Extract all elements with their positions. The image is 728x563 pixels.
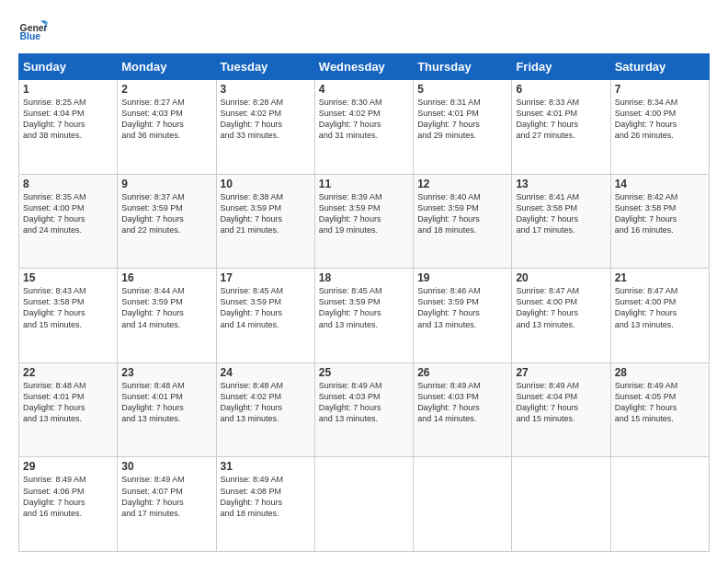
- day-number: 10: [221, 178, 311, 190]
- day-number: 3: [221, 83, 311, 96]
- day-info: Sunrise: 8:49 AM Sunset: 4:06 PM Dayligh…: [23, 474, 113, 519]
- calendar-cell: [414, 457, 512, 552]
- calendar-cell: 13Sunrise: 8:41 AM Sunset: 3:58 PM Dayli…: [512, 174, 610, 269]
- day-number: 21: [615, 271, 705, 284]
- day-info: Sunrise: 8:49 AM Sunset: 4:05 PM Dayligh…: [615, 380, 705, 425]
- day-number: 8: [23, 178, 113, 190]
- calendar-cell: 3Sunrise: 8:28 AM Sunset: 4:02 PM Daylig…: [216, 80, 314, 175]
- day-number: 24: [221, 366, 311, 379]
- day-number: 4: [319, 83, 409, 96]
- calendar-cell: 17Sunrise: 8:45 AM Sunset: 3:59 PM Dayli…: [216, 269, 314, 363]
- day-number: 12: [417, 178, 507, 190]
- calendar-cell: 23Sunrise: 8:48 AM Sunset: 4:01 PM Dayli…: [118, 362, 216, 457]
- day-info: Sunrise: 8:34 AM Sunset: 4:00 PM Dayligh…: [615, 97, 705, 142]
- day-info: Sunrise: 8:44 AM Sunset: 3:59 PM Dayligh…: [121, 285, 211, 330]
- calendar-cell: 1Sunrise: 8:25 AM Sunset: 4:04 PM Daylig…: [19, 80, 118, 175]
- day-number: 18: [319, 271, 409, 284]
- day-number: 14: [615, 178, 705, 190]
- col-header-thursday: Thursday: [414, 54, 512, 80]
- day-info: Sunrise: 8:27 AM Sunset: 4:03 PM Dayligh…: [121, 97, 211, 142]
- col-header-saturday: Saturday: [610, 54, 709, 80]
- day-number: 25: [319, 366, 409, 379]
- day-number: 13: [516, 178, 606, 190]
- day-number: 16: [121, 271, 211, 284]
- svg-text:Blue: Blue: [20, 31, 41, 41]
- day-info: Sunrise: 8:48 AM Sunset: 4:02 PM Dayligh…: [221, 380, 311, 425]
- calendar-cell: 24Sunrise: 8:48 AM Sunset: 4:02 PM Dayli…: [216, 362, 314, 457]
- day-number: 2: [121, 83, 211, 96]
- calendar-cell: 31Sunrise: 8:49 AM Sunset: 4:08 PM Dayli…: [216, 457, 314, 552]
- calendar-cell: 27Sunrise: 8:49 AM Sunset: 4:04 PM Dayli…: [512, 362, 610, 457]
- col-header-friday: Friday: [512, 54, 610, 80]
- calendar-cell: 21Sunrise: 8:47 AM Sunset: 4:00 PM Dayli…: [610, 269, 709, 363]
- col-header-tuesday: Tuesday: [216, 54, 314, 80]
- day-info: Sunrise: 8:49 AM Sunset: 4:04 PM Dayligh…: [516, 380, 606, 425]
- day-info: Sunrise: 8:35 AM Sunset: 4:00 PM Dayligh…: [23, 191, 113, 236]
- calendar-cell: 9Sunrise: 8:37 AM Sunset: 3:59 PM Daylig…: [118, 174, 216, 269]
- calendar-cell: 20Sunrise: 8:47 AM Sunset: 4:00 PM Dayli…: [512, 269, 610, 363]
- calendar-header-row: SundayMondayTuesdayWednesdayThursdayFrid…: [19, 54, 710, 80]
- calendar-cell: [610, 457, 709, 552]
- day-info: Sunrise: 8:38 AM Sunset: 3:59 PM Dayligh…: [221, 191, 311, 236]
- calendar-cell: 18Sunrise: 8:45 AM Sunset: 3:59 PM Dayli…: [314, 269, 413, 363]
- day-number: 20: [516, 271, 606, 284]
- day-info: Sunrise: 8:46 AM Sunset: 3:59 PM Dayligh…: [417, 285, 507, 330]
- calendar-table: SundayMondayTuesdayWednesdayThursdayFrid…: [18, 53, 710, 552]
- calendar-cell: 22Sunrise: 8:48 AM Sunset: 4:01 PM Dayli…: [19, 362, 118, 457]
- col-header-sunday: Sunday: [19, 54, 118, 80]
- day-info: Sunrise: 8:28 AM Sunset: 4:02 PM Dayligh…: [221, 97, 311, 142]
- calendar-cell: 19Sunrise: 8:46 AM Sunset: 3:59 PM Dayli…: [414, 269, 512, 363]
- calendar-cell: 8Sunrise: 8:35 AM Sunset: 4:00 PM Daylig…: [19, 174, 118, 269]
- calendar-cell: 10Sunrise: 8:38 AM Sunset: 3:59 PM Dayli…: [216, 174, 314, 269]
- day-info: Sunrise: 8:37 AM Sunset: 3:59 PM Dayligh…: [121, 191, 211, 236]
- day-number: 22: [23, 366, 113, 379]
- week-row-5: 29Sunrise: 8:49 AM Sunset: 4:06 PM Dayli…: [19, 457, 710, 552]
- day-info: Sunrise: 8:43 AM Sunset: 3:58 PM Dayligh…: [23, 285, 113, 330]
- day-info: Sunrise: 8:45 AM Sunset: 3:59 PM Dayligh…: [319, 285, 409, 330]
- week-row-2: 8Sunrise: 8:35 AM Sunset: 4:00 PM Daylig…: [19, 174, 710, 269]
- calendar-cell: 15Sunrise: 8:43 AM Sunset: 3:58 PM Dayli…: [19, 269, 118, 363]
- calendar-cell: 30Sunrise: 8:49 AM Sunset: 4:07 PM Dayli…: [118, 457, 216, 552]
- day-info: Sunrise: 8:42 AM Sunset: 3:58 PM Dayligh…: [615, 191, 705, 236]
- week-row-4: 22Sunrise: 8:48 AM Sunset: 4:01 PM Dayli…: [19, 362, 710, 457]
- day-number: 9: [121, 178, 211, 190]
- calendar-body: 1Sunrise: 8:25 AM Sunset: 4:04 PM Daylig…: [19, 80, 710, 552]
- day-info: Sunrise: 8:49 AM Sunset: 4:03 PM Dayligh…: [319, 380, 409, 425]
- day-info: Sunrise: 8:49 AM Sunset: 4:03 PM Dayligh…: [417, 380, 507, 425]
- day-number: 7: [615, 83, 705, 96]
- calendar-cell: 29Sunrise: 8:49 AM Sunset: 4:06 PM Dayli…: [19, 457, 118, 552]
- week-row-1: 1Sunrise: 8:25 AM Sunset: 4:04 PM Daylig…: [19, 80, 710, 175]
- day-info: Sunrise: 8:31 AM Sunset: 4:01 PM Dayligh…: [417, 97, 507, 142]
- day-info: Sunrise: 8:48 AM Sunset: 4:01 PM Dayligh…: [121, 380, 211, 425]
- day-info: Sunrise: 8:47 AM Sunset: 4:00 PM Dayligh…: [516, 285, 606, 330]
- day-number: 29: [23, 460, 113, 473]
- day-info: Sunrise: 8:41 AM Sunset: 3:58 PM Dayligh…: [516, 191, 606, 236]
- day-info: Sunrise: 8:30 AM Sunset: 4:02 PM Dayligh…: [319, 97, 409, 142]
- calendar-cell: 12Sunrise: 8:40 AM Sunset: 3:59 PM Dayli…: [414, 174, 512, 269]
- day-number: 26: [417, 366, 507, 379]
- day-number: 6: [516, 83, 606, 96]
- calendar-cell: 6Sunrise: 8:33 AM Sunset: 4:01 PM Daylig…: [512, 80, 610, 175]
- week-row-3: 15Sunrise: 8:43 AM Sunset: 3:58 PM Dayli…: [19, 269, 710, 363]
- calendar-cell: 14Sunrise: 8:42 AM Sunset: 3:58 PM Dayli…: [610, 174, 709, 269]
- page: General Blue SundayMondayTuesdayWednesda…: [0, 0, 728, 563]
- calendar-cell: 4Sunrise: 8:30 AM Sunset: 4:02 PM Daylig…: [314, 80, 413, 175]
- header: General Blue: [18, 15, 710, 44]
- day-info: Sunrise: 8:45 AM Sunset: 3:59 PM Dayligh…: [221, 285, 311, 330]
- day-number: 23: [121, 366, 211, 379]
- day-number: 27: [516, 366, 606, 379]
- logo: General Blue: [18, 15, 51, 44]
- calendar-cell: 16Sunrise: 8:44 AM Sunset: 3:59 PM Dayli…: [118, 269, 216, 363]
- day-info: Sunrise: 8:33 AM Sunset: 4:01 PM Dayligh…: [516, 97, 606, 142]
- calendar-cell: 25Sunrise: 8:49 AM Sunset: 4:03 PM Dayli…: [314, 362, 413, 457]
- day-info: Sunrise: 8:40 AM Sunset: 3:59 PM Dayligh…: [417, 191, 507, 236]
- day-info: Sunrise: 8:25 AM Sunset: 4:04 PM Dayligh…: [23, 97, 113, 142]
- day-number: 31: [221, 460, 311, 473]
- calendar-cell: 26Sunrise: 8:49 AM Sunset: 4:03 PM Dayli…: [414, 362, 512, 457]
- day-number: 19: [417, 271, 507, 284]
- day-number: 11: [319, 178, 409, 190]
- col-header-wednesday: Wednesday: [314, 54, 413, 80]
- day-info: Sunrise: 8:49 AM Sunset: 4:08 PM Dayligh…: [221, 474, 311, 519]
- day-number: 15: [23, 271, 113, 284]
- calendar-cell: [314, 457, 413, 552]
